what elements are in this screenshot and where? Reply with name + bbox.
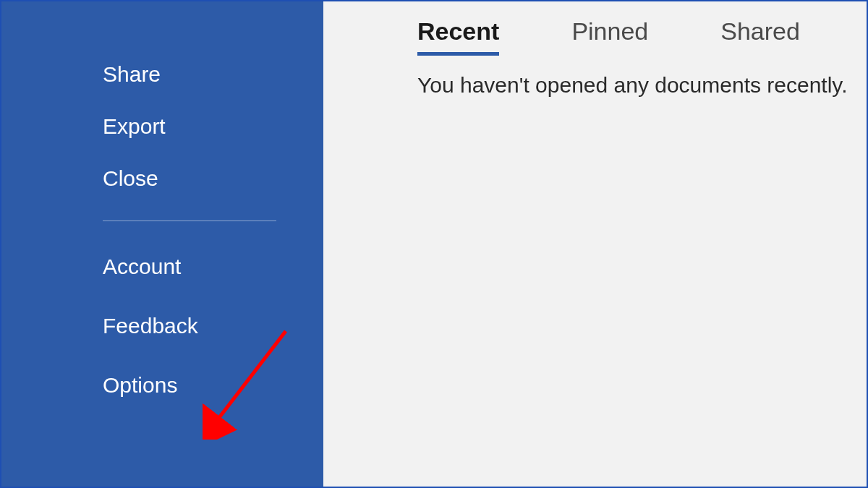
sidebar-item-label: Options: [103, 373, 177, 397]
main-content: Recent Pinned Shared You haven't opened …: [323, 1, 867, 487]
sidebar-item-export[interactable]: Export: [103, 100, 323, 153]
empty-state-message: You haven't opened any documents recentl…: [417, 73, 867, 98]
sidebar-divider: [103, 221, 276, 221]
sidebar-item-label: Close: [103, 166, 158, 190]
sidebar: Share Export Close Account Feedback Opti…: [1, 1, 323, 487]
tab-shared[interactable]: Shared: [720, 17, 800, 53]
sidebar-item-label: Feedback: [103, 314, 198, 338]
tab-pinned[interactable]: Pinned: [571, 17, 648, 53]
tab-recent[interactable]: Recent: [417, 17, 499, 53]
sidebar-group-2: Account Feedback Options: [103, 237, 323, 415]
sidebar-item-label: Share: [103, 62, 161, 86]
sidebar-item-label: Export: [103, 114, 166, 138]
sidebar-group-1: Share Export Close: [103, 48, 323, 205]
tab-label: Shared: [720, 17, 800, 45]
tab-label: Pinned: [571, 17, 648, 45]
sidebar-item-feedback[interactable]: Feedback: [103, 296, 323, 356]
document-tabs: Recent Pinned Shared: [417, 17, 867, 53]
sidebar-item-options[interactable]: Options: [103, 356, 323, 415]
tab-label: Recent: [417, 17, 499, 45]
sidebar-item-label: Account: [103, 254, 181, 278]
backstage-container: Share Export Close Account Feedback Opti…: [1, 1, 867, 487]
sidebar-item-close[interactable]: Close: [103, 153, 323, 205]
sidebar-item-account[interactable]: Account: [103, 237, 323, 296]
sidebar-item-share[interactable]: Share: [103, 48, 323, 100]
